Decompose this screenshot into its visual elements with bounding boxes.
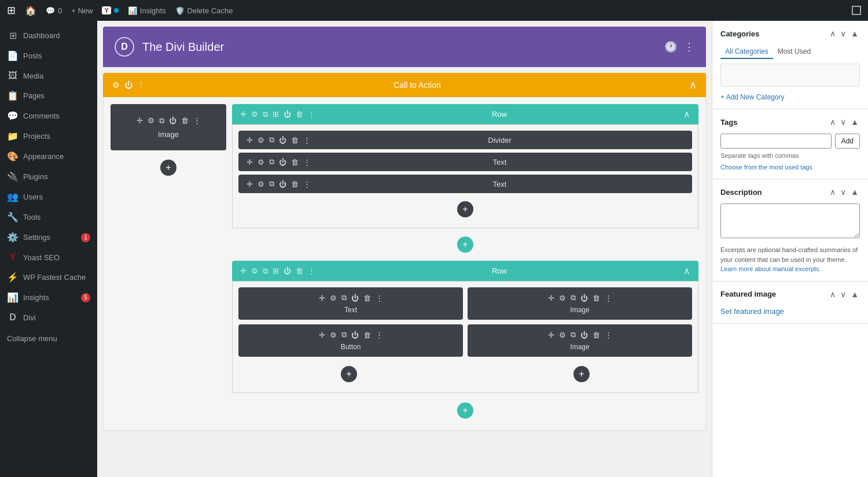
add-module-left-button[interactable]: + — [160, 160, 176, 176]
row1-settings-icon[interactable]: ⚙ — [251, 110, 258, 119]
desc-collapse-down[interactable]: ∨ — [839, 186, 847, 198]
r2-text-settings[interactable]: ⚙ — [330, 294, 337, 302]
tab-all-categories[interactable]: All Categories — [720, 45, 773, 59]
div-toggle[interactable]: ⏻ — [279, 136, 286, 145]
row1-more-icon[interactable]: ⋮ — [308, 110, 315, 119]
txt1-more[interactable]: ⋮ — [303, 158, 311, 167]
r2-img2-toggle[interactable]: ⏻ — [580, 331, 588, 339]
insights-bar[interactable]: 📊 Insights — [128, 6, 166, 15]
txt2-more[interactable]: ⋮ — [303, 180, 311, 188]
settings-icon[interactable]: ⚙ — [148, 116, 155, 125]
r2-img2-settings[interactable]: ⚙ — [559, 331, 566, 339]
row1-copy-icon[interactable]: ⧉ — [263, 110, 268, 119]
div-delete[interactable]: 🗑 — [291, 136, 299, 145]
row1-collapse-icon[interactable]: ∧ — [683, 109, 690, 120]
r2-btn-settings[interactable]: ⚙ — [330, 331, 337, 339]
sidebar-item-wp-fastest-cache[interactable]: ⚡ WP Fastest Cache — [0, 267, 97, 287]
yoast-seo[interactable]: Y — [102, 6, 118, 14]
sidebar-item-dashboard[interactable]: ⊞ Dashboard — [0, 25, 97, 46]
r2-img-toggle[interactable]: ⏻ — [580, 294, 588, 302]
sidebar-item-media[interactable]: 🖼 Media — [0, 66, 97, 86]
tags-collapse-down[interactable]: ∨ — [839, 116, 847, 128]
r2-text-delete[interactable]: 🗑 — [363, 294, 371, 302]
tag-input-field[interactable] — [720, 134, 832, 149]
add-new-category-link[interactable]: + Add New Category — [720, 93, 784, 101]
tags-drag[interactable]: ▲ — [849, 116, 860, 128]
sidebar-item-tools[interactable]: 🔧 Tools — [0, 207, 97, 227]
txt2-delete[interactable]: 🗑 — [291, 180, 299, 188]
r2-text-toggle[interactable]: ⏻ — [351, 294, 359, 302]
row2-delete[interactable]: 🗑 — [296, 267, 303, 275]
categories-collapse-down[interactable]: ∨ — [839, 28, 847, 39]
r2-btn-move[interactable]: ✛ — [319, 331, 325, 339]
description-textarea[interactable] — [720, 204, 860, 238]
row1-toggle-icon[interactable]: ⏻ — [284, 110, 291, 119]
delete-cache[interactable]: 🛡️ Delete Cache — [175, 6, 233, 15]
r2-img2-more[interactable]: ⋮ — [605, 331, 612, 339]
r2-btn-more[interactable]: ⋮ — [376, 331, 383, 339]
set-featured-image-link[interactable]: Set featured image — [720, 307, 784, 316]
categories-collapse-up[interactable]: ∧ — [829, 28, 837, 39]
div-settings[interactable]: ⚙ — [258, 136, 264, 145]
row2-layout[interactable]: ⊞ — [273, 267, 279, 275]
wp-logo[interactable]: ⊞ — [7, 4, 16, 17]
collapse-menu[interactable]: Collapse menu — [0, 330, 97, 347]
row2-settings[interactable]: ⚙ — [251, 267, 258, 275]
delete-icon[interactable]: 🗑 — [181, 116, 189, 125]
tag-add-button[interactable]: Add — [835, 134, 860, 149]
txt1-delete[interactable]: 🗑 — [291, 158, 299, 167]
txt2-toggle[interactable]: ⏻ — [279, 180, 286, 188]
row2-move[interactable]: ✛ — [240, 267, 247, 275]
r2-btn-delete[interactable]: 🗑 — [363, 331, 371, 339]
section-toggle-icon[interactable]: ⏻ — [124, 80, 133, 90]
txt1-settings[interactable]: ⚙ — [258, 158, 264, 167]
r2-text-move[interactable]: ✛ — [319, 294, 325, 302]
copy-icon[interactable]: ⧉ — [159, 116, 164, 125]
row1-layout-icon[interactable]: ⊞ — [273, 110, 279, 119]
r2-img-copy[interactable]: ⧉ — [571, 293, 576, 302]
add-col2-button[interactable]: + — [573, 366, 590, 382]
row2-toggle[interactable]: ⏻ — [284, 267, 291, 275]
sidebar-item-insights[interactable]: 📊 Insights 5 — [0, 287, 97, 308]
sidebar-item-posts[interactable]: 📄 Posts — [0, 46, 97, 66]
choose-tags-link[interactable]: Choose from the most used tags — [720, 164, 812, 171]
section-settings-icon[interactable]: ⚙ — [112, 80, 120, 90]
r2-text-copy[interactable]: ⧉ — [341, 293, 347, 302]
sidebar-item-pages[interactable]: 📋 Pages — [0, 86, 97, 106]
r2-img2-delete[interactable]: 🗑 — [593, 331, 600, 339]
tab-most-used[interactable]: Most Used — [773, 45, 815, 59]
desc-drag[interactable]: ▲ — [849, 186, 860, 198]
div-more[interactable]: ⋮ — [303, 136, 311, 145]
div-copy[interactable]: ⧉ — [269, 135, 274, 145]
r2-text-more[interactable]: ⋮ — [376, 294, 383, 302]
r2-btn-copy[interactable]: ⧉ — [341, 330, 347, 339]
learn-more-link[interactable]: Learn more about manual excerpts — [720, 265, 819, 272]
row1-move-icon[interactable]: ✛ — [240, 110, 247, 119]
r2-img-more[interactable]: ⋮ — [605, 294, 612, 302]
section-collapse-icon[interactable]: ∧ — [689, 79, 697, 91]
feat-collapse-down[interactable]: ∨ — [839, 289, 847, 300]
sidebar-item-projects[interactable]: 📁 Projects — [0, 126, 97, 146]
comments-count[interactable]: 💬 0 — [46, 6, 62, 15]
add-section-bottom-button[interactable]: + — [457, 402, 473, 419]
sidebar-item-yoast[interactable]: Y Yoast SEO — [0, 247, 97, 267]
add-module-row1-button[interactable]: + — [457, 201, 473, 217]
r2-img2-copy[interactable]: ⧉ — [571, 330, 576, 339]
sidebar-item-users[interactable]: 👥 Users — [0, 187, 97, 207]
txt1-toggle[interactable]: ⏻ — [279, 158, 286, 167]
more-icon[interactable]: ⋮ — [193, 116, 201, 125]
add-row-button[interactable]: + — [457, 236, 473, 253]
txt1-copy[interactable]: ⧉ — [269, 157, 274, 167]
row2-copy[interactable]: ⧉ — [263, 267, 268, 276]
new-post[interactable]: + New — [71, 6, 93, 15]
sidebar-item-settings[interactable]: ⚙️ Settings 1 — [0, 227, 97, 247]
txt2-move[interactable]: ✛ — [247, 180, 253, 188]
toggle-icon[interactable]: ⏻ — [169, 116, 176, 125]
more-options-icon[interactable]: ⋮ — [684, 40, 694, 53]
visit-site[interactable]: 🏠 — [25, 5, 36, 16]
sidebar-item-plugins[interactable]: 🔌 Plugins — [0, 167, 97, 187]
sidebar-item-divi[interactable]: D Divi — [0, 308, 97, 327]
row1-delete-icon[interactable]: 🗑 — [296, 110, 303, 119]
categories-drag[interactable]: ▲ — [849, 28, 860, 39]
row2-collapse[interactable]: ∧ — [683, 265, 690, 276]
